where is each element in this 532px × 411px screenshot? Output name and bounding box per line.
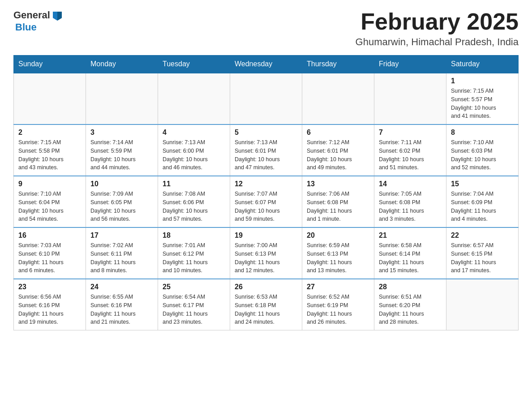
day-info: Sunrise: 7:04 AMSunset: 6:09 PMDaylight:… [451,190,514,223]
day-number: 23 [18,283,81,291]
day-number: 10 [90,180,153,188]
day-info: Sunrise: 6:58 AMSunset: 6:14 PMDaylight:… [379,241,442,275]
calendar-cell: 10Sunrise: 7:09 AMSunset: 6:05 PMDayligh… [86,176,158,227]
day-number: 16 [18,231,81,240]
calendar-cell: 9Sunrise: 7:10 AMSunset: 6:04 PMDaylight… [14,176,86,227]
day-number: 11 [163,180,225,188]
day-info: Sunrise: 7:11 AMSunset: 6:02 PMDaylight:… [379,138,442,172]
day-info: Sunrise: 7:08 AMSunset: 6:06 PMDaylight:… [163,190,225,223]
location-title: Ghumarwin, Himachal Pradesh, India [356,36,519,48]
day-number: 12 [235,180,297,188]
calendar-cell: 3Sunrise: 7:14 AMSunset: 5:59 PMDaylight… [86,124,158,176]
weekday-header-monday: Monday [86,56,158,73]
calendar-week-row: 9Sunrise: 7:10 AMSunset: 6:04 PMDaylight… [14,176,519,227]
calendar-week-row: 23Sunrise: 6:56 AMSunset: 6:16 PMDayligh… [14,279,519,330]
day-info: Sunrise: 7:10 AMSunset: 6:04 PMDaylight:… [18,190,81,223]
calendar-cell: 19Sunrise: 7:00 AMSunset: 6:13 PMDayligh… [230,227,302,279]
day-info: Sunrise: 6:51 AMSunset: 6:20 PMDaylight:… [379,293,442,326]
calendar-cell: 18Sunrise: 7:01 AMSunset: 6:12 PMDayligh… [158,227,230,279]
day-info: Sunrise: 6:57 AMSunset: 6:15 PMDaylight:… [451,241,514,275]
day-info: Sunrise: 7:15 AMSunset: 5:57 PMDaylight:… [451,87,514,120]
calendar-cell: 20Sunrise: 6:59 AMSunset: 6:13 PMDayligh… [302,227,374,279]
calendar-cell: 2Sunrise: 7:15 AMSunset: 5:58 PMDaylight… [14,124,86,176]
calendar-cell: 13Sunrise: 7:06 AMSunset: 6:08 PMDayligh… [302,176,374,227]
day-number: 27 [307,283,369,291]
calendar-cell [302,73,374,124]
calendar-cell: 11Sunrise: 7:08 AMSunset: 6:06 PMDayligh… [158,176,230,227]
day-info: Sunrise: 7:13 AMSunset: 6:01 PMDaylight:… [235,138,297,172]
day-number: 28 [379,283,442,291]
calendar-cell: 24Sunrise: 6:55 AMSunset: 6:16 PMDayligh… [86,279,158,330]
logo-icon [51,9,64,21]
day-info: Sunrise: 7:13 AMSunset: 6:00 PMDaylight:… [163,138,225,172]
calendar-cell [446,279,519,330]
day-number: 15 [451,180,514,188]
calendar-cell: 23Sunrise: 6:56 AMSunset: 6:16 PMDayligh… [14,279,86,330]
weekday-header-sunday: Sunday [14,56,86,73]
day-number: 2 [18,128,81,137]
calendar-week-row: 2Sunrise: 7:15 AMSunset: 5:58 PMDaylight… [14,124,519,176]
calendar-cell [374,73,446,124]
calendar-cell: 26Sunrise: 6:53 AMSunset: 6:18 PMDayligh… [230,279,302,330]
day-info: Sunrise: 6:59 AMSunset: 6:13 PMDaylight:… [307,241,369,275]
day-number: 21 [379,231,442,240]
calendar-cell: 27Sunrise: 6:52 AMSunset: 6:19 PMDayligh… [302,279,374,330]
day-number: 13 [307,180,369,188]
day-number: 5 [235,128,297,137]
calendar-cell: 4Sunrise: 7:13 AMSunset: 6:00 PMDaylight… [158,124,230,176]
calendar-cell [230,73,302,124]
day-number: 14 [379,180,442,188]
day-info: Sunrise: 7:15 AMSunset: 5:58 PMDaylight:… [18,138,81,172]
weekday-header-tuesday: Tuesday [158,56,230,73]
calendar-cell [158,73,230,124]
day-number: 24 [90,283,153,291]
calendar-cell [14,73,86,124]
day-info: Sunrise: 7:01 AMSunset: 6:12 PMDaylight:… [163,241,225,275]
page-header: General Blue February 2025 Ghumarwin, Hi… [13,9,519,48]
day-info: Sunrise: 7:14 AMSunset: 5:59 PMDaylight:… [90,138,153,172]
day-number: 3 [90,128,153,137]
day-number: 8 [451,128,514,137]
month-title: February 2025 [356,9,519,34]
day-number: 22 [451,231,514,240]
day-number: 26 [235,283,297,291]
day-info: Sunrise: 7:12 AMSunset: 6:01 PMDaylight:… [307,138,369,172]
logo-general-text: General [13,9,50,21]
calendar-cell: 6Sunrise: 7:12 AMSunset: 6:01 PMDaylight… [302,124,374,176]
day-info: Sunrise: 6:52 AMSunset: 6:19 PMDaylight:… [307,293,369,326]
calendar-cell: 12Sunrise: 7:07 AMSunset: 6:07 PMDayligh… [230,176,302,227]
svg-marker-1 [57,12,62,21]
calendar-cell [86,73,158,124]
day-number: 7 [379,128,442,137]
calendar-cell: 22Sunrise: 6:57 AMSunset: 6:15 PMDayligh… [446,227,519,279]
calendar-cell: 14Sunrise: 7:05 AMSunset: 6:08 PMDayligh… [374,176,446,227]
calendar-cell: 5Sunrise: 7:13 AMSunset: 6:01 PMDaylight… [230,124,302,176]
day-number: 20 [307,231,369,240]
weekday-header-wednesday: Wednesday [230,56,302,73]
calendar-cell: 21Sunrise: 6:58 AMSunset: 6:14 PMDayligh… [374,227,446,279]
day-info: Sunrise: 7:05 AMSunset: 6:08 PMDaylight:… [379,190,442,223]
calendar-week-row: 1Sunrise: 7:15 AMSunset: 5:57 PMDaylight… [14,73,519,124]
weekday-header-friday: Friday [374,56,446,73]
calendar-cell: 8Sunrise: 7:10 AMSunset: 6:03 PMDaylight… [446,124,519,176]
day-info: Sunrise: 6:53 AMSunset: 6:18 PMDaylight:… [235,293,297,326]
day-info: Sunrise: 7:06 AMSunset: 6:08 PMDaylight:… [307,190,369,223]
day-info: Sunrise: 6:55 AMSunset: 6:16 PMDaylight:… [90,293,153,326]
calendar-week-row: 16Sunrise: 7:03 AMSunset: 6:10 PMDayligh… [14,227,519,279]
day-info: Sunrise: 6:56 AMSunset: 6:16 PMDaylight:… [18,293,81,326]
calendar-cell: 25Sunrise: 6:54 AMSunset: 6:17 PMDayligh… [158,279,230,330]
calendar-cell: 1Sunrise: 7:15 AMSunset: 5:57 PMDaylight… [446,73,519,124]
title-section: February 2025 Ghumarwin, Himachal Prades… [356,9,519,48]
day-info: Sunrise: 7:10 AMSunset: 6:03 PMDaylight:… [451,138,514,172]
day-info: Sunrise: 7:03 AMSunset: 6:10 PMDaylight:… [18,241,81,275]
calendar-cell: 7Sunrise: 7:11 AMSunset: 6:02 PMDaylight… [374,124,446,176]
logo-blue-text: Blue [15,21,37,33]
day-info: Sunrise: 6:54 AMSunset: 6:17 PMDaylight:… [163,293,225,326]
day-number: 18 [163,231,225,240]
weekday-header-saturday: Saturday [446,56,519,73]
weekday-header-thursday: Thursday [302,56,374,73]
logo: General Blue [13,9,64,33]
day-number: 1 [451,77,514,85]
day-number: 6 [307,128,369,137]
day-number: 17 [90,231,153,240]
